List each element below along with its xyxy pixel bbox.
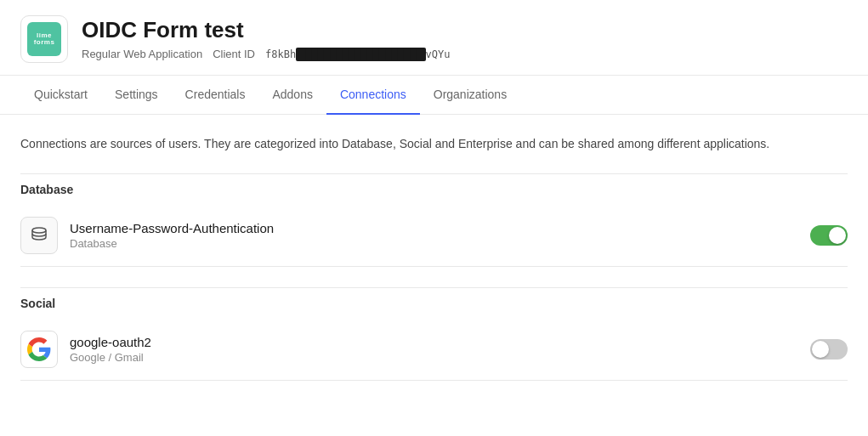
database-icon: [29, 225, 49, 246]
connection-icon-google: [20, 331, 58, 368]
client-id-label: Client ID: [213, 48, 255, 60]
toggle-thumb-db: [829, 227, 846, 244]
svg-point-0: [32, 228, 46, 233]
app-title: OIDC Form test: [82, 17, 451, 43]
client-id-prefix: f8kBh: [265, 48, 296, 60]
app-type: Regular Web Application: [82, 48, 202, 60]
connection-details-google: google-oauth2 Google / Gmail: [70, 335, 810, 364]
app-info: OIDC Form test Regular Web Application C…: [82, 17, 451, 60]
client-id-redacted: ████████████████████: [296, 48, 426, 61]
connection-name-google: google-oauth2: [70, 335, 810, 349]
tab-organizations[interactable]: Organizations: [420, 76, 520, 115]
connection-type-db: Database: [70, 237, 810, 250]
toggle-db-container[interactable]: [810, 225, 848, 246]
app-logo: lime forms: [20, 15, 68, 63]
connection-type-google: Google / Gmail: [70, 351, 810, 364]
section-social: Social google-oauth2 Google / Gmail: [20, 287, 848, 381]
app-header: lime forms OIDC Form test Regular Web Ap…: [0, 0, 868, 76]
list-item: google-oauth2 Google / Gmail: [20, 319, 848, 381]
main-content: Connections are sources of users. They a…: [0, 115, 868, 401]
tab-connections[interactable]: Connections: [326, 76, 420, 115]
section-title-database: Database: [20, 173, 848, 205]
section-title-social: Social: [20, 287, 848, 319]
app-meta: Regular Web Application Client ID f8kBh█…: [82, 48, 451, 61]
toggle-google[interactable]: [810, 339, 848, 360]
list-item: Username-Password-Authentication Databas…: [20, 205, 848, 267]
tabs-nav: Quickstart Settings Credentials Addons C…: [0, 76, 868, 115]
google-icon: [27, 337, 51, 361]
tab-addons[interactable]: Addons: [258, 76, 326, 115]
toggle-thumb-google: [812, 341, 829, 358]
connection-icon-database: [20, 217, 58, 254]
client-id-suffix: vQYu: [426, 48, 451, 60]
toggle-google-container[interactable]: [810, 339, 848, 360]
tab-settings[interactable]: Settings: [101, 76, 172, 115]
connection-details-db: Username-Password-Authentication Databas…: [70, 221, 810, 250]
logo-text-forms: forms: [34, 39, 55, 46]
client-id-value: f8kBh████████████████████vQYu: [265, 48, 451, 61]
tab-quickstart[interactable]: Quickstart: [20, 76, 101, 115]
tab-credentials[interactable]: Credentials: [172, 76, 259, 115]
toggle-db[interactable]: [810, 225, 848, 246]
connection-name-db: Username-Password-Authentication: [70, 221, 810, 235]
logo-inner: lime forms: [27, 22, 61, 56]
section-database: Database Username-Password-Authenticatio…: [20, 173, 848, 267]
connections-description: Connections are sources of users. They a…: [20, 135, 848, 153]
